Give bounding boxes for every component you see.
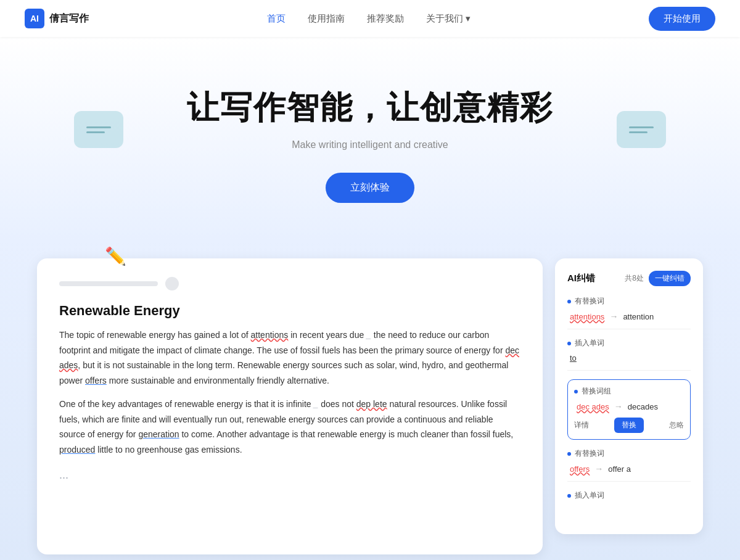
correction-tag-3: 替换词组 [574,386,684,397]
ai-panel-meta: 共8处 一键纠错 [625,271,691,286]
correction-to-3: decades [628,402,658,411]
nav-item-recommend[interactable]: 推荐奖励 [367,13,404,25]
correction-type-4: 有替换词 [575,448,604,459]
correction-change-1: attentions → attention [567,311,691,321]
editor-title: Renewable Energy [59,303,520,319]
decoration-bubble-left [74,111,123,148]
logo-text: 倩言写作 [49,12,89,25]
error-decades: dec ades [59,345,519,371]
correction-type-5: 插入单词 [575,490,604,501]
tag-dot-3 [574,390,578,393]
correction-item-2: 插入单词 to [567,338,691,371]
error-deplete: dep lete [356,399,387,409]
correction-insert-2: to [570,353,577,363]
correction-tag-4: 有替换词 [567,448,691,459]
correction-item-1: 有替换词 attentions → attention [567,296,691,329]
correction-change-3: dec ades → decades [574,401,684,411]
correction-item-3: 替换词组 dec ades → decades 详情 替换 忽略 [567,379,691,440]
correction-tag-5: 插入单词 [567,490,691,501]
logo[interactable]: AI 倩言写作 [25,9,89,28]
hero-cta-button[interactable]: 立刻体验 [326,173,414,203]
tag-dot-4 [567,452,571,456]
detail-button[interactable]: 详情 [574,420,589,430]
toolbar-circle [165,277,179,290]
error-generation: generation [138,429,179,439]
hero-section: 让写作智能，让创意精彩 Make writing intelligent and… [0,37,740,240]
demo-wrapper: Renewable Energy The topic of renewable … [37,258,703,554]
toolbar-bar [59,281,158,286]
correction-type-2: 插入单词 [575,338,604,348]
tag-dot-5 [567,494,571,498]
nav-links: 首页 使用指南 推荐奖励 关于我们 ▾ [267,13,471,25]
error-produced: produced [59,445,95,455]
correction-change-4: offers → offer a [567,464,691,474]
correction-tag-2: 插入单词 [567,338,691,348]
nav-cta-button[interactable]: 开始使用 [649,7,715,31]
correction-type-1: 有替换词 [575,296,604,307]
demo-section: ✏️ Renewable Energy The topic of renewab… [0,240,740,560]
nav-item-guide[interactable]: 使用指南 [308,13,345,25]
nav-item-home[interactable]: 首页 [267,13,286,25]
decoration-bubble-right [617,111,666,148]
correction-from-3: dec ades [577,402,609,411]
logo-icon: AI [25,9,44,28]
arrow-icon-1: → [609,311,618,321]
error-count: 共8处 [625,273,644,284]
navbar: AI 倩言写作 首页 使用指南 推荐奖励 关于我们 ▾ 开始使用 [0,0,740,37]
ai-panel-title: AI纠错 [567,273,595,284]
arrow-icon-4: → [594,464,603,474]
ai-panel: AI纠错 共8处 一键纠错 有替换词 attentions → attentio… [555,258,703,534]
correction-item-4: 有替换词 offers → offer a [567,448,691,482]
editor-card: Renewable Energy The topic of renewable … [37,258,543,554]
ai-panel-header: AI纠错 共8处 一键纠错 [567,271,691,286]
correction-item-5: 插入单词 [567,490,691,513]
correction-to-4: offer a [608,464,631,474]
tag-dot-1 [567,300,571,303]
arrow-icon-3: → [614,401,623,411]
correction-actions-3: 详情 替换 忽略 [574,418,684,433]
correction-change-2: to [567,353,691,363]
chevron-down-icon: ▾ [466,13,471,24]
tag-dot-2 [567,342,571,345]
error-offers: offers [85,376,107,385]
ignore-button[interactable]: 忽略 [669,420,684,430]
editor-toolbar [59,277,520,290]
editor-ellipsis: ... [59,466,520,485]
correction-to-1: attention [623,312,654,321]
error-attentions: attentions [251,330,289,340]
one-click-button[interactable]: 一键纠错 [649,271,691,286]
correction-type-3: 替换词组 [582,386,611,397]
nav-item-about[interactable]: 关于我们 ▾ [426,13,471,25]
replace-button[interactable]: 替换 [614,418,644,433]
correction-tag-1: 有替换词 [567,296,691,307]
correction-from-4: offers [570,464,590,474]
pencil-icon: ✏️ [105,246,126,266]
editor-body: The topic of renewable energy has gained… [59,327,520,485]
correction-from-1: attentions [570,312,604,321]
